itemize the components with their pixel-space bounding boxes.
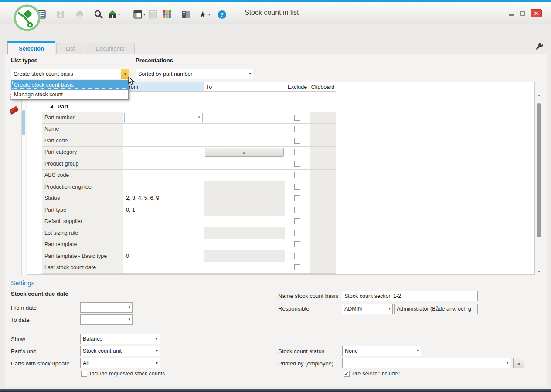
presentations-combobox[interactable]: Sorted by part number ▾: [136, 69, 253, 79]
clipboard-cell[interactable]: [310, 216, 336, 228]
clipboard-cell[interactable]: [310, 135, 336, 147]
exclude-checkbox[interactable]: [294, 195, 300, 201]
to-cell[interactable]: [204, 158, 285, 170]
favorites-dropdown-caret[interactable]: ▾: [208, 13, 210, 17]
part-category-more-button[interactable]: »: [205, 148, 284, 157]
from-cell[interactable]: [123, 181, 204, 193]
stock-count-status-label: Stock count status: [278, 348, 324, 355]
exclude-checkbox[interactable]: [294, 161, 300, 167]
from-cell[interactable]: [123, 135, 204, 147]
maximize-button[interactable]: [520, 11, 525, 16]
stock-update-combobox[interactable]: All ▾: [80, 358, 160, 368]
app-logo[interactable]: [13, 3, 41, 32]
window-layout-icon[interactable]: [133, 9, 143, 20]
group-expand-icon[interactable]: ◢: [50, 104, 53, 108]
from-cell[interactable]: 0, 1: [123, 204, 204, 216]
close-button[interactable]: ✕: [531, 9, 542, 17]
search-icon[interactable]: [93, 9, 104, 20]
from-cell[interactable]: [123, 170, 204, 182]
responsible-combobox[interactable]: ADMIN ▾: [342, 304, 393, 314]
header-exclude[interactable]: Exclude: [285, 82, 310, 92]
clipboard-cell[interactable]: [310, 239, 336, 251]
clipboard-cell[interactable]: [310, 193, 336, 205]
from-cell[interactable]: [123, 216, 204, 228]
clipboard-cell[interactable]: [310, 124, 336, 135]
to-cell[interactable]: [204, 216, 285, 228]
from-cell[interactable]: 2, 3, 4, 5, 6, 9: [123, 193, 204, 205]
to-date-combobox[interactable]: ▾: [80, 314, 133, 325]
clipboard-cell[interactable]: [310, 227, 336, 239]
clipboard-cell[interactable]: [310, 262, 336, 274]
settings-wrench-icon[interactable]: [534, 42, 544, 51]
parts-unit-combobox[interactable]: Stock count unit ▾: [80, 346, 160, 356]
exclude-checkbox[interactable]: [294, 241, 300, 247]
exclude-checkbox[interactable]: [294, 218, 300, 224]
group-row-part[interactable]: ◢ Part: [27, 101, 534, 112]
part-number-combobox[interactable]: ▾: [124, 113, 203, 122]
exclude-checkbox[interactable]: [294, 230, 300, 236]
clipboard-cell[interactable]: [310, 204, 336, 216]
to-cell[interactable]: [204, 262, 285, 274]
from-cell[interactable]: [123, 124, 204, 135]
show-combobox[interactable]: Balance ▾: [80, 334, 160, 344]
favorites-star-icon[interactable]: ★: [197, 9, 208, 20]
row-indent: [27, 112, 42, 124]
hand-truck-logo-icon: [13, 3, 41, 32]
clipboard-cell[interactable]: [310, 250, 336, 262]
home-dropdown-caret[interactable]: ▾: [118, 13, 120, 17]
manual-book-icon[interactable]: [181, 9, 191, 20]
include-requested-checkbox[interactable]: [81, 371, 87, 377]
from-cell[interactable]: ▾: [123, 112, 204, 124]
name-basis-input[interactable]: Stock count section 1-2: [342, 291, 478, 301]
from-cell[interactable]: [123, 147, 204, 159]
scrollbar-thumb[interactable]: [537, 103, 541, 237]
from-cell[interactable]: [123, 158, 204, 170]
clear-selection-eraser-icon[interactable]: [8, 105, 20, 116]
color-grid-icon[interactable]: [162, 9, 172, 20]
scroll-up-arrow[interactable]: ▲: [535, 91, 543, 98]
clipboard-cell[interactable]: [310, 181, 336, 193]
from-date-combobox[interactable]: ▾: [80, 302, 133, 313]
stock-count-status-combobox[interactable]: None ▾: [342, 346, 421, 356]
dropdown-option-create-stock-count-basis[interactable]: Create stock count basis: [11, 80, 128, 90]
clipboard-cell[interactable]: [310, 147, 336, 159]
tree-scrollbar-thumb[interactable]: [22, 110, 25, 135]
from-cell[interactable]: [123, 262, 204, 274]
grid-vertical-scrollbar[interactable]: ▲ ▼: [535, 91, 543, 275]
exclude-checkbox[interactable]: [294, 138, 300, 144]
printed-by-more-button[interactable]: »: [513, 358, 524, 368]
minimize-button[interactable]: [509, 10, 515, 17]
clipboard-cell[interactable]: [310, 158, 336, 170]
exclude-checkbox[interactable]: [294, 172, 300, 178]
to-cell[interactable]: [204, 135, 285, 147]
row-label: Part type: [42, 204, 123, 216]
exclude-checkbox[interactable]: [294, 253, 300, 259]
clipboard-cell[interactable]: [310, 112, 336, 124]
exclude-checkbox[interactable]: [294, 149, 300, 155]
preselect-include-checkbox[interactable]: ✓: [344, 371, 350, 377]
header-clipboard[interactable]: Clipboard: [310, 82, 336, 92]
to-cell[interactable]: [204, 170, 285, 182]
to-cell[interactable]: [204, 239, 285, 251]
window-layout-dropdown-caret[interactable]: ▾: [143, 13, 145, 17]
dropdown-option-manage-stock-count[interactable]: Manage stock count: [11, 90, 128, 99]
from-cell[interactable]: [123, 227, 204, 239]
header-to[interactable]: To: [204, 82, 285, 92]
exclude-checkbox[interactable]: [294, 126, 300, 132]
printed-by-combobox[interactable]: ▾: [342, 358, 510, 368]
exclude-checkbox[interactable]: [294, 115, 300, 121]
list-types-combobox[interactable]: Create stock count basis ▾: [11, 69, 129, 79]
help-icon[interactable]: ?: [217, 9, 227, 20]
scroll-down-arrow[interactable]: ▼: [535, 268, 543, 275]
tree-scrollbar-track[interactable]: [22, 82, 26, 275]
clipboard-cell[interactable]: [310, 170, 336, 182]
to-cell[interactable]: [204, 112, 285, 124]
tab-selection[interactable]: Selection: [7, 41, 55, 54]
exclude-checkbox[interactable]: [294, 207, 300, 213]
exclude-checkbox[interactable]: [294, 264, 300, 270]
exclude-checkbox[interactable]: [294, 184, 300, 190]
from-cell[interactable]: [123, 239, 204, 251]
to-cell[interactable]: [204, 124, 285, 135]
home-icon[interactable]: [107, 9, 118, 20]
from-cell[interactable]: 0: [123, 250, 204, 262]
